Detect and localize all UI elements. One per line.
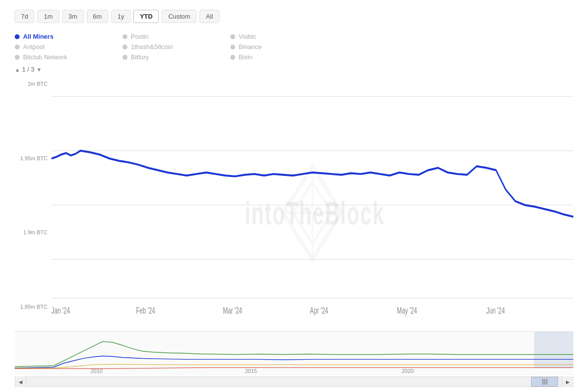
svg-rect-22 xyxy=(544,379,545,385)
legend-item-binance[interactable]: Binance xyxy=(230,43,328,50)
chart-legend: All Miners Poolin Viabtc Antpool 1thash&… xyxy=(15,33,573,61)
svg-text:Mar '24: Mar '24 xyxy=(223,306,242,316)
btn-3m[interactable]: 3m xyxy=(62,10,84,23)
legend-label-bixin: Bixin xyxy=(239,53,252,61)
main-chart-wrapper: 2m BTC 1.95m BTC 1.9m BTC 1.85m BTC xyxy=(15,81,573,329)
scrollbar-right-button[interactable]: ▶ xyxy=(562,376,573,387)
legend-item-bitclub[interactable]: Bitclub Network xyxy=(15,53,122,61)
y-label-19m: 1.9m BTC xyxy=(23,229,48,235)
svg-text:Jan '24: Jan '24 xyxy=(51,306,70,316)
scrollbar-left-button[interactable]: ◀ xyxy=(15,376,26,387)
svg-text:Jun '24: Jun '24 xyxy=(487,306,505,316)
svg-text:intoTheBlock: intoTheBlock xyxy=(245,195,385,231)
overview-svg: 2010 2015 2020 xyxy=(15,332,573,375)
page-next-arrow[interactable]: ▼ xyxy=(36,67,42,73)
overview-chart: 2010 2015 2020 xyxy=(15,331,573,375)
btn-7d[interactable]: 7d xyxy=(15,10,34,23)
scrollbar[interactable]: ◀ ▶ xyxy=(15,376,573,387)
legend-label-antpool: Antpool xyxy=(23,43,45,50)
legend-label-bitfury: Bitfury xyxy=(131,53,149,61)
svg-text:Apr '24: Apr '24 xyxy=(310,306,328,316)
legend-label-viabtc: Viabtc xyxy=(239,33,256,40)
page-indicator: 1 / 3 xyxy=(22,66,34,73)
legend-item-bitfury[interactable]: Bitfury xyxy=(122,53,230,61)
legend-label-bitclub: Bitclub Network xyxy=(23,53,67,61)
btn-1y[interactable]: 1y xyxy=(111,10,131,23)
chart-svg-area: intoTheBlock Jan '24 Feb '24 Mar '24 Apr… xyxy=(51,81,573,329)
svg-text:2010: 2010 xyxy=(91,368,102,374)
btn-ytd[interactable]: YTD xyxy=(133,10,159,23)
legend-dot-binance xyxy=(230,45,235,49)
page-prev-arrow[interactable]: ▲ xyxy=(15,67,20,73)
legend-label-all-miners: All Miners xyxy=(23,33,53,40)
legend-item-antpool[interactable]: Antpool xyxy=(15,43,122,50)
btn-custom[interactable]: Custom xyxy=(162,10,196,23)
legend-dot-bitfury xyxy=(122,55,127,60)
svg-rect-21 xyxy=(542,379,543,385)
svg-text:2020: 2020 xyxy=(402,368,414,374)
legend-item-all-miners[interactable]: All Miners xyxy=(15,33,122,40)
y-label-2m: 2m BTC xyxy=(28,81,48,87)
y-axis-labels: 2m BTC 1.95m BTC 1.9m BTC 1.85m BTC xyxy=(15,81,51,310)
legend-dot-all-miners xyxy=(15,34,20,39)
legend-item-poolin[interactable]: Poolin xyxy=(122,33,230,40)
btn-all[interactable]: All xyxy=(199,10,219,23)
y-label-185m: 1.85m BTC xyxy=(20,304,48,310)
main-chart-svg: intoTheBlock Jan '24 Feb '24 Mar '24 Apr… xyxy=(51,81,573,329)
legend-dot-poolin xyxy=(122,34,127,39)
legend-dot-bixin xyxy=(230,55,235,60)
btn-6m[interactable]: 6m xyxy=(87,10,108,23)
time-range-bar: 7d 1m 3m 6m 1y YTD Custom All xyxy=(15,10,573,23)
legend-item-1thash[interactable]: 1thash&58coin xyxy=(122,43,230,50)
legend-pagination: ▲ 1 / 3 ▼ xyxy=(15,66,573,73)
legend-dot-1thash xyxy=(122,45,127,49)
btn-1m[interactable]: 1m xyxy=(37,10,59,23)
y-label-195m: 1.95m BTC xyxy=(20,155,48,161)
legend-dot-viabtc xyxy=(230,34,235,39)
legend-label-poolin: Poolin xyxy=(131,33,148,40)
legend-item-bixin[interactable]: Bixin xyxy=(230,53,328,61)
legend-label-binance: Binance xyxy=(239,43,262,50)
main-container: 7d 1m 3m 6m 1y YTD Custom All All Miners… xyxy=(0,0,588,392)
svg-text:May '24: May '24 xyxy=(397,306,417,316)
svg-text:2015: 2015 xyxy=(245,368,257,374)
svg-rect-17 xyxy=(534,332,573,368)
legend-label-1thash: 1thash&58coin xyxy=(131,43,173,50)
svg-text:Feb '24: Feb '24 xyxy=(136,306,155,316)
legend-dot-antpool xyxy=(15,45,20,49)
scrollbar-thumb[interactable] xyxy=(531,377,558,387)
legend-dot-bitclub xyxy=(15,55,20,60)
svg-rect-23 xyxy=(546,379,547,385)
scrollbar-thumb-icon xyxy=(541,378,549,385)
legend-item-viabtc[interactable]: Viabtc xyxy=(230,33,328,40)
